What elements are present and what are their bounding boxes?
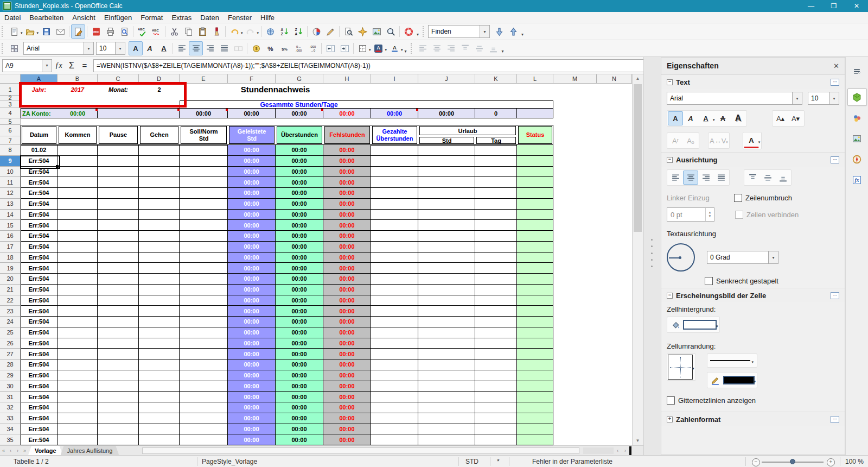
cell-a34[interactable]: Err:504 bbox=[21, 424, 58, 435]
cell-h16[interactable]: 00:00 bbox=[323, 231, 371, 242]
bold-button[interactable]: A bbox=[668, 111, 683, 125]
cell-j35[interactable] bbox=[418, 434, 475, 445]
toolbar-handle[interactable] bbox=[423, 26, 426, 37]
cell-j17[interactable] bbox=[418, 242, 475, 253]
cell-h20[interactable]: 00:00 bbox=[323, 274, 371, 285]
cell-e17[interactable] bbox=[180, 242, 228, 253]
cell-l19[interactable] bbox=[517, 263, 553, 274]
cell-h17[interactable]: 00:00 bbox=[323, 242, 371, 253]
sheet-tab-vorlage[interactable]: Vorlage bbox=[28, 446, 63, 455]
first-sheet-icon[interactable]: « bbox=[0, 447, 7, 455]
cell-k11[interactable] bbox=[475, 177, 517, 188]
cell-d16[interactable] bbox=[139, 231, 180, 242]
summary-cell-g4[interactable]: 00:00 bbox=[276, 108, 323, 118]
email-icon[interactable] bbox=[53, 24, 67, 39]
cell-g23[interactable]: 00:00 bbox=[276, 306, 323, 317]
cell-l34[interactable] bbox=[517, 424, 553, 435]
cell-a30[interactable]: Err:504 bbox=[21, 381, 58, 392]
cell-k35[interactable] bbox=[475, 434, 517, 445]
cell-i16[interactable] bbox=[371, 231, 418, 242]
cell-a29[interactable]: Err:504 bbox=[21, 370, 58, 381]
cell-h8[interactable]: 00:00 bbox=[323, 145, 371, 156]
cell-a25[interactable]: Err:504 bbox=[21, 327, 58, 338]
row-header-3[interactable]: 3 bbox=[0, 100, 21, 108]
cell-b34[interactable] bbox=[58, 424, 98, 435]
cell-j25[interactable] bbox=[418, 327, 475, 338]
toolbar-handle[interactable] bbox=[411, 43, 414, 54]
cell-b20[interactable] bbox=[58, 274, 98, 285]
cell-b22[interactable] bbox=[58, 295, 98, 306]
section-number-format-header[interactable]: + Zahlenformat ⋯ bbox=[661, 412, 845, 426]
cell-i24[interactable] bbox=[371, 317, 418, 327]
cell-k17[interactable] bbox=[475, 242, 517, 253]
horizontal-scrollbar-thumb[interactable] bbox=[142, 447, 579, 454]
cell-d30[interactable] bbox=[139, 381, 180, 392]
row-header-32[interactable]: 32 bbox=[0, 402, 21, 413]
cell-j13[interactable] bbox=[418, 199, 475, 210]
cell-c25[interactable] bbox=[98, 327, 139, 338]
find-input[interactable]: Finden▾ bbox=[428, 25, 490, 38]
cell-d11[interactable] bbox=[139, 177, 180, 188]
select-all-corner[interactable] bbox=[0, 74, 21, 84]
help-icon[interactable] bbox=[401, 24, 416, 39]
chevron-down-icon[interactable]: ▾ bbox=[84, 42, 93, 54]
align-middle-icon[interactable] bbox=[473, 41, 487, 55]
cell-b23[interactable] bbox=[58, 306, 98, 317]
cell-l30[interactable] bbox=[517, 381, 553, 392]
paste-icon[interactable] bbox=[195, 24, 209, 39]
cell-e8[interactable] bbox=[180, 145, 228, 156]
cell-i23[interactable] bbox=[371, 306, 418, 317]
cell-d26[interactable] bbox=[139, 338, 180, 349]
align-left-button[interactable] bbox=[668, 171, 683, 185]
rotation-dial[interactable] bbox=[667, 243, 695, 272]
cell-e12[interactable] bbox=[180, 188, 228, 199]
cell-i11[interactable] bbox=[371, 177, 418, 188]
cell-f17[interactable]: 00:00 bbox=[228, 242, 276, 253]
cell-l8[interactable] bbox=[517, 145, 553, 156]
cell-b31[interactable] bbox=[58, 392, 98, 402]
zoom-slider-thumb[interactable] bbox=[790, 459, 795, 464]
cell-h23[interactable]: 00:00 bbox=[323, 306, 371, 317]
background-color-button[interactable]: A bbox=[387, 41, 401, 55]
cell-l21[interactable] bbox=[517, 285, 553, 295]
cell-j9[interactable] bbox=[418, 156, 475, 167]
cell-e21[interactable] bbox=[180, 285, 228, 295]
spreadsheet-grid[interactable]: ABCDEFGHIJKLMN12345678910111213141516171… bbox=[0, 74, 643, 445]
cell-d20[interactable] bbox=[139, 274, 180, 285]
cell-e29[interactable] bbox=[180, 370, 228, 381]
rotation-combo[interactable]: 0 Grad ▾ bbox=[707, 251, 778, 264]
cell-l17[interactable] bbox=[517, 242, 553, 253]
cell-f13[interactable]: 00:00 bbox=[228, 199, 276, 210]
row-header-13[interactable]: 13 bbox=[0, 199, 21, 210]
cell-f27[interactable]: 00:00 bbox=[228, 349, 276, 359]
cell-b26[interactable] bbox=[58, 338, 98, 349]
row-header-31[interactable]: 31 bbox=[0, 392, 21, 402]
expand-icon[interactable]: + bbox=[667, 416, 673, 422]
row-header-30[interactable]: 30 bbox=[0, 381, 21, 392]
scroll-up-icon[interactable]: ▲ bbox=[632, 74, 643, 83]
cell-k18[interactable] bbox=[475, 253, 517, 263]
cell-d29[interactable] bbox=[139, 370, 180, 381]
cell-f19[interactable]: 00:00 bbox=[228, 263, 276, 274]
cell-c26[interactable] bbox=[98, 338, 139, 349]
cell-a35[interactable]: Err:504 bbox=[21, 434, 58, 445]
cell-d34[interactable] bbox=[139, 424, 180, 435]
fill-handle[interactable] bbox=[56, 165, 59, 168]
line-color-button[interactable]: ▾ bbox=[707, 372, 758, 388]
row-header-1[interactable]: 1 bbox=[0, 84, 21, 96]
toolbar-handle[interactable] bbox=[2, 26, 5, 37]
functions-deck-icon[interactable]: fx bbox=[847, 171, 867, 188]
cell-e31[interactable] bbox=[180, 392, 228, 402]
cell-k15[interactable] bbox=[475, 220, 517, 231]
increase-font-button[interactable]: A▴ bbox=[773, 111, 788, 125]
cell-b17[interactable] bbox=[58, 242, 98, 253]
cell-f32[interactable]: 00:00 bbox=[228, 402, 276, 413]
cell-e34[interactable] bbox=[180, 424, 228, 435]
align-left-button[interactable] bbox=[175, 41, 189, 55]
cell-l9[interactable] bbox=[517, 156, 553, 167]
align-top-icon[interactable] bbox=[458, 41, 473, 55]
zoom-out-icon[interactable]: − bbox=[752, 458, 760, 466]
row-header-7[interactable]: 7 bbox=[0, 136, 21, 145]
cell-f28[interactable]: 00:00 bbox=[228, 359, 276, 370]
cell-j34[interactable] bbox=[418, 424, 475, 435]
